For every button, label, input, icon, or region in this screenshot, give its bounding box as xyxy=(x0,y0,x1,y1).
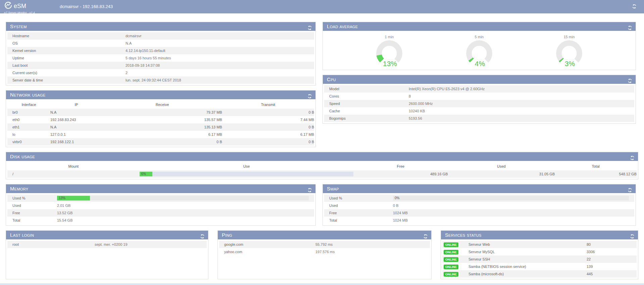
row-value: 2.01 GB xyxy=(57,204,70,208)
service-name: Samba (microsoft-ds) xyxy=(467,270,587,278)
table-row: Free13.52 GB xyxy=(7,209,314,217)
ping-time: 55.792 ms xyxy=(315,242,333,246)
table-row: Hostnamedcmairsvr xyxy=(7,32,314,40)
refresh-icon[interactable] xyxy=(630,233,635,237)
disk-usage-bar: 6% xyxy=(140,172,354,176)
app-subtitle: eZ Server Monitor - v2.4 xyxy=(4,11,35,14)
row-label: Used % xyxy=(12,196,57,200)
panel-title: Last login xyxy=(10,232,34,238)
refresh-icon[interactable] xyxy=(630,154,635,159)
table-row: ONLINEServeur Web80 xyxy=(442,241,637,248)
service-port: 22 xyxy=(587,255,637,263)
table-row: rootsept. mer. +0200 19 xyxy=(7,241,207,248)
ip-cell: 127.0.0.1 xyxy=(50,131,102,138)
refresh-icon[interactable] xyxy=(628,24,632,29)
row-value: 2 xyxy=(126,71,128,75)
refresh-icon[interactable] xyxy=(307,186,312,191)
network-table: Interface IP Receive Transmit br0N.A79.3… xyxy=(7,101,314,146)
row-value: 1024 MB xyxy=(393,211,408,215)
row-label: Total xyxy=(12,218,57,222)
row-label: Uptime xyxy=(12,56,126,60)
service-port: 3306 xyxy=(587,248,637,255)
table-row: Used % 13% xyxy=(7,194,314,202)
services-status-panel: Services status ONLINEServeur Web80 ONLI… xyxy=(441,230,638,279)
table-row: ModelIntel(R) Xeon(R) CPU E5-2623 v4 @ 2… xyxy=(324,85,634,93)
ip-cell: 192.168.122.1 xyxy=(50,138,102,146)
status-badge: ONLINE xyxy=(444,242,458,247)
transmit-cell: 6.17 MB xyxy=(222,131,314,138)
service-name: Serveur Web xyxy=(467,241,587,248)
load-gauge-1min: 1 min 13% xyxy=(364,35,414,65)
table-row: Cores8 xyxy=(324,93,634,100)
status-badge: ONLINE xyxy=(444,257,458,262)
esm-logo-icon xyxy=(4,1,12,11)
table-row: Bogomips5193.56 xyxy=(324,115,634,122)
row-label: Used xyxy=(329,204,393,208)
total-cell: 548.12 GB xyxy=(555,170,637,178)
memory-panel-header: Memory xyxy=(6,184,315,193)
row-value: 8 xyxy=(409,94,411,98)
refresh-icon[interactable] xyxy=(628,186,632,191)
table-row: Free1024 MB xyxy=(324,209,634,217)
free-cell: 489.16 GB xyxy=(353,170,448,178)
gauge-label: 1 min xyxy=(364,35,414,39)
row-label: Total xyxy=(329,218,393,222)
table-row: yahoo.com197.576 ms xyxy=(219,248,430,255)
disk-table: Mount Use Free Used Total / 6% xyxy=(7,162,637,178)
table-row: Speed2600.000 MHz xyxy=(324,100,634,107)
refresh-icon[interactable] xyxy=(628,77,632,82)
refresh-icon[interactable] xyxy=(307,93,312,97)
row-value: lun. sept. 24 09:32:44 CEST 2018 xyxy=(126,78,181,82)
receive-cell: 79.37 MB xyxy=(102,109,222,116)
dashboard: System Hostnamedcmairsvr OSN.A Kernel ve… xyxy=(0,13,644,284)
gauge-label: 15 min xyxy=(544,35,594,39)
table-row: Last boot2018-09-18 14:37:08 xyxy=(7,62,314,69)
refresh-icon[interactable] xyxy=(200,233,205,237)
ip-cell: N.A xyxy=(50,123,102,131)
server-label: dcmairsvr - 192.168.83.243 xyxy=(60,4,113,9)
row-label: Current user(s) xyxy=(12,71,126,75)
footer-strip xyxy=(0,283,644,285)
table-row: Server date & timelun. sept. 24 09:32:44… xyxy=(7,76,314,84)
refresh-all-icon[interactable] xyxy=(632,4,637,9)
row-value: 15.54 GB xyxy=(57,218,72,222)
row-value: 10240 KB xyxy=(409,109,425,113)
table-row: Used2.01 GB xyxy=(7,202,314,209)
panel-title: Cpu xyxy=(327,76,336,82)
table-row: Current user(s)2 xyxy=(7,69,314,76)
services-table: ONLINEServeur Web80 ONLINEServeur MySQL3… xyxy=(442,241,637,278)
panel-title: Disk usage xyxy=(10,154,35,159)
service-name: Samba (NETBIOS session service) xyxy=(467,263,587,270)
refresh-icon[interactable] xyxy=(423,233,428,237)
transmit-cell: 0 B xyxy=(222,138,314,146)
load-average-panel: Load average 1 min 13% xyxy=(323,22,636,70)
ping-panel: Ping google.com55.792 ms yahoo.com197.57… xyxy=(217,230,432,279)
load-gauge-5min: 5 min 4% xyxy=(454,35,504,65)
service-port: 139 xyxy=(587,263,637,270)
row-label: Kernel version xyxy=(12,49,126,53)
table-row: br0N.A79.37 MB0 B xyxy=(7,109,314,116)
table-row: ONLINEServeur MySQL3306 xyxy=(442,248,637,255)
cpu-panel-header: Cpu xyxy=(323,75,636,84)
panel-title: Network usage xyxy=(10,92,46,98)
refresh-icon[interactable] xyxy=(307,24,312,29)
cpu-panel: Cpu ModelIntel(R) Xeon(R) CPU E5-2623 v4… xyxy=(323,75,636,124)
services-panel-header: Services status xyxy=(441,231,638,239)
table-row: Total15.54 GB xyxy=(7,217,314,224)
column-header: Use xyxy=(140,162,354,170)
last-login-panel: Last login rootsept. mer. +0200 19 xyxy=(6,230,208,279)
row-label: OS xyxy=(12,41,126,45)
load-gauge-15min: 15 min 3% xyxy=(544,35,594,65)
column-header: IP xyxy=(50,101,102,109)
receive-cell: 6.17 MB xyxy=(102,131,222,138)
row-value: 13.52 GB xyxy=(57,211,72,215)
used-cell: 31.05 GB xyxy=(448,170,555,178)
app-name: eSM xyxy=(14,3,26,9)
system-panel-header: System xyxy=(6,22,315,31)
row-label: Used % xyxy=(329,196,393,200)
login-date: sept. mer. +0200 19 xyxy=(95,242,128,246)
interface-cell: virbr0 xyxy=(7,138,50,146)
row-label: Used xyxy=(12,204,57,208)
panel-title: Load average xyxy=(327,23,358,29)
network-panel-header: Network usage xyxy=(6,91,315,99)
